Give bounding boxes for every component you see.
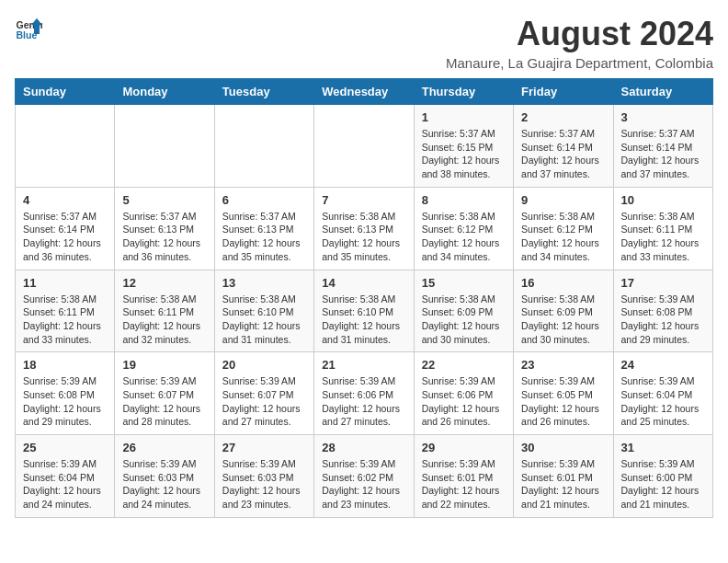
- day-info: Sunrise: 5:38 AM Sunset: 6:13 PM Dayligh…: [322, 210, 405, 264]
- calendar-cell: 8Sunrise: 5:38 AM Sunset: 6:12 PM Daylig…: [414, 187, 513, 270]
- day-number: 31: [621, 441, 705, 454]
- day-number: 18: [23, 358, 107, 372]
- day-number: 24: [621, 358, 705, 372]
- day-info: Sunrise: 5:37 AM Sunset: 6:14 PM Dayligh…: [23, 210, 107, 264]
- calendar-cell: 18Sunrise: 5:39 AM Sunset: 6:08 PM Dayli…: [16, 352, 115, 435]
- calendar-week-row: 11Sunrise: 5:38 AM Sunset: 6:11 PM Dayli…: [16, 270, 713, 352]
- day-number: 3: [621, 110, 705, 124]
- calendar-cell: 6Sunrise: 5:37 AM Sunset: 6:13 PM Daylig…: [214, 187, 313, 270]
- weekday-header-row: SundayMondayTuesdayWednesdayThursdayFrid…: [16, 79, 713, 105]
- calendar-cell: 4Sunrise: 5:37 AM Sunset: 6:14 PM Daylig…: [16, 187, 115, 270]
- day-number: 13: [222, 276, 306, 290]
- calendar-cell: 23Sunrise: 5:39 AM Sunset: 6:05 PM Dayli…: [514, 352, 613, 435]
- day-number: 16: [521, 276, 605, 290]
- calendar-cell: [314, 105, 414, 188]
- day-number: 11: [23, 276, 107, 290]
- calendar-cell: 7Sunrise: 5:38 AM Sunset: 6:13 PM Daylig…: [314, 187, 414, 270]
- calendar-cell: 9Sunrise: 5:38 AM Sunset: 6:12 PM Daylig…: [514, 187, 613, 270]
- day-info: Sunrise: 5:37 AM Sunset: 6:14 PM Dayligh…: [621, 127, 705, 181]
- day-number: 20: [222, 358, 306, 372]
- calendar-cell: 26Sunrise: 5:39 AM Sunset: 6:03 PM Dayli…: [115, 435, 214, 518]
- calendar-cell: 20Sunrise: 5:39 AM Sunset: 6:07 PM Dayli…: [214, 352, 313, 435]
- day-number: 26: [122, 441, 206, 454]
- location-subtitle: Manaure, La Guajira Department, Colombia: [446, 55, 713, 71]
- day-info: Sunrise: 5:39 AM Sunset: 6:00 PM Dayligh…: [621, 457, 705, 511]
- day-number: 9: [521, 193, 605, 207]
- calendar-cell: 10Sunrise: 5:38 AM Sunset: 6:11 PM Dayli…: [613, 187, 712, 270]
- day-number: 8: [422, 193, 506, 207]
- day-info: Sunrise: 5:38 AM Sunset: 6:09 PM Dayligh…: [521, 293, 605, 347]
- calendar-cell: 29Sunrise: 5:39 AM Sunset: 6:01 PM Dayli…: [414, 435, 513, 518]
- day-info: Sunrise: 5:37 AM Sunset: 6:13 PM Dayligh…: [222, 210, 306, 264]
- calendar-cell: 17Sunrise: 5:39 AM Sunset: 6:08 PM Dayli…: [613, 270, 712, 352]
- calendar-cell: 12Sunrise: 5:38 AM Sunset: 6:11 PM Dayli…: [115, 270, 214, 352]
- day-number: 21: [322, 358, 405, 372]
- day-info: Sunrise: 5:37 AM Sunset: 6:15 PM Dayligh…: [422, 127, 506, 181]
- day-info: Sunrise: 5:39 AM Sunset: 6:06 PM Dayligh…: [322, 374, 405, 429]
- calendar-cell: 13Sunrise: 5:38 AM Sunset: 6:10 PM Dayli…: [214, 270, 313, 352]
- page-header: General Blue August 2024 Manaure, La Gua…: [15, 15, 713, 71]
- calendar-cell: 21Sunrise: 5:39 AM Sunset: 6:06 PM Dayli…: [314, 352, 414, 435]
- calendar-cell: 14Sunrise: 5:38 AM Sunset: 6:10 PM Dayli…: [314, 270, 414, 352]
- day-info: Sunrise: 5:37 AM Sunset: 6:13 PM Dayligh…: [122, 210, 206, 264]
- day-info: Sunrise: 5:38 AM Sunset: 6:12 PM Dayligh…: [521, 210, 605, 264]
- logo-icon: General Blue: [15, 15, 42, 42]
- weekday-header-friday: Friday: [514, 79, 613, 105]
- day-number: 6: [222, 193, 306, 207]
- day-info: Sunrise: 5:38 AM Sunset: 6:12 PM Dayligh…: [422, 210, 506, 264]
- calendar-cell: 25Sunrise: 5:39 AM Sunset: 6:04 PM Dayli…: [16, 435, 115, 518]
- day-info: Sunrise: 5:38 AM Sunset: 6:11 PM Dayligh…: [122, 293, 206, 347]
- calendar-cell: 31Sunrise: 5:39 AM Sunset: 6:00 PM Dayli…: [613, 435, 712, 518]
- day-info: Sunrise: 5:39 AM Sunset: 6:05 PM Dayligh…: [521, 374, 605, 429]
- day-info: Sunrise: 5:39 AM Sunset: 6:01 PM Dayligh…: [422, 457, 506, 511]
- day-info: Sunrise: 5:39 AM Sunset: 6:04 PM Dayligh…: [23, 457, 107, 511]
- day-info: Sunrise: 5:39 AM Sunset: 6:02 PM Dayligh…: [322, 457, 405, 511]
- calendar-week-row: 4Sunrise: 5:37 AM Sunset: 6:14 PM Daylig…: [16, 187, 713, 270]
- day-info: Sunrise: 5:39 AM Sunset: 6:03 PM Dayligh…: [122, 457, 206, 511]
- calendar-cell: 5Sunrise: 5:37 AM Sunset: 6:13 PM Daylig…: [115, 187, 214, 270]
- day-info: Sunrise: 5:39 AM Sunset: 6:08 PM Dayligh…: [23, 374, 107, 429]
- calendar-cell: 16Sunrise: 5:38 AM Sunset: 6:09 PM Dayli…: [514, 270, 613, 352]
- calendar-cell: 11Sunrise: 5:38 AM Sunset: 6:11 PM Dayli…: [16, 270, 115, 352]
- calendar-cell: 3Sunrise: 5:37 AM Sunset: 6:14 PM Daylig…: [613, 105, 712, 188]
- weekday-header-saturday: Saturday: [613, 79, 712, 105]
- day-number: 25: [23, 441, 107, 454]
- day-number: 1: [422, 110, 506, 124]
- day-number: 22: [422, 358, 506, 372]
- day-info: Sunrise: 5:39 AM Sunset: 6:07 PM Dayligh…: [122, 374, 206, 429]
- month-year-title: August 2024: [446, 15, 713, 53]
- calendar-cell: 1Sunrise: 5:37 AM Sunset: 6:15 PM Daylig…: [414, 105, 513, 188]
- day-number: 14: [322, 276, 405, 290]
- calendar-cell: [115, 105, 214, 188]
- day-number: 28: [322, 441, 405, 454]
- day-info: Sunrise: 5:38 AM Sunset: 6:10 PM Dayligh…: [322, 293, 405, 347]
- day-number: 29: [422, 441, 506, 454]
- calendar-body: 1Sunrise: 5:37 AM Sunset: 6:15 PM Daylig…: [16, 105, 713, 518]
- day-info: Sunrise: 5:39 AM Sunset: 6:07 PM Dayligh…: [222, 374, 306, 429]
- day-number: 12: [122, 276, 206, 290]
- day-number: 30: [521, 441, 605, 454]
- calendar-cell: 22Sunrise: 5:39 AM Sunset: 6:06 PM Dayli…: [414, 352, 513, 435]
- day-number: 17: [621, 276, 705, 290]
- title-section: August 2024 Manaure, La Guajira Departme…: [446, 15, 713, 71]
- calendar-cell: 15Sunrise: 5:38 AM Sunset: 6:09 PM Dayli…: [414, 270, 513, 352]
- weekday-header-sunday: Sunday: [16, 79, 115, 105]
- day-info: Sunrise: 5:39 AM Sunset: 6:03 PM Dayligh…: [222, 457, 306, 511]
- day-number: 27: [222, 441, 306, 454]
- calendar-cell: [214, 105, 313, 188]
- calendar-cell: [16, 105, 115, 188]
- weekday-header-thursday: Thursday: [414, 79, 513, 105]
- calendar-cell: 24Sunrise: 5:39 AM Sunset: 6:04 PM Dayli…: [613, 352, 712, 435]
- day-info: Sunrise: 5:39 AM Sunset: 6:08 PM Dayligh…: [621, 293, 705, 347]
- day-info: Sunrise: 5:39 AM Sunset: 6:01 PM Dayligh…: [521, 457, 605, 511]
- calendar-week-row: 1Sunrise: 5:37 AM Sunset: 6:15 PM Daylig…: [16, 105, 713, 188]
- calendar-week-row: 18Sunrise: 5:39 AM Sunset: 6:08 PM Dayli…: [16, 352, 713, 435]
- day-info: Sunrise: 5:38 AM Sunset: 6:11 PM Dayligh…: [621, 210, 705, 264]
- day-number: 7: [322, 193, 405, 207]
- day-number: 19: [122, 358, 206, 372]
- calendar-cell: 19Sunrise: 5:39 AM Sunset: 6:07 PM Dayli…: [115, 352, 214, 435]
- calendar-cell: 30Sunrise: 5:39 AM Sunset: 6:01 PM Dayli…: [514, 435, 613, 518]
- day-info: Sunrise: 5:38 AM Sunset: 6:11 PM Dayligh…: [23, 293, 107, 347]
- weekday-header-tuesday: Tuesday: [214, 79, 313, 105]
- calendar-week-row: 25Sunrise: 5:39 AM Sunset: 6:04 PM Dayli…: [16, 435, 713, 518]
